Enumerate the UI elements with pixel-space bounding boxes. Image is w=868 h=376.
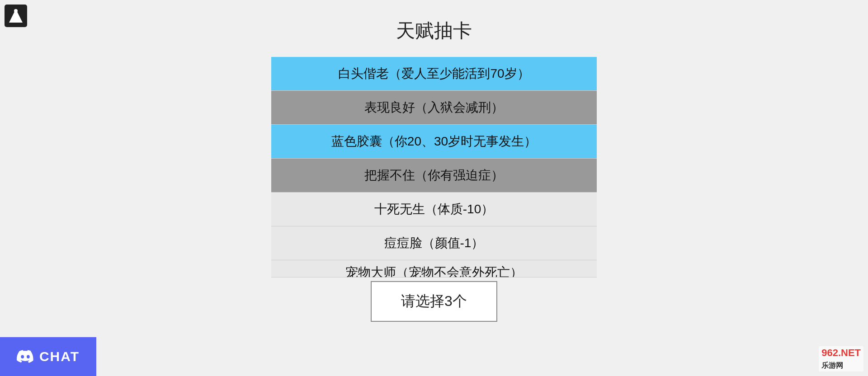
cards-container: 白头偕老（爱人至少能活到70岁） 表现良好（入狱会减刑） 蓝色胶囊（你20、30…	[0, 57, 868, 277]
card-item-4[interactable]: 把握不住（你有强迫症）	[271, 159, 597, 193]
confirm-button[interactable]: 请选择3个	[371, 281, 497, 322]
svg-point-2	[14, 9, 18, 13]
watermark: 962.NET 乐游网	[819, 346, 863, 371]
card-item-3[interactable]: 蓝色胶囊（你20、30岁时无事发生）	[271, 125, 597, 159]
game-logo-icon	[5, 5, 27, 27]
card-item-5[interactable]: 十死无生（体质-10）	[271, 193, 597, 226]
discord-icon	[17, 348, 34, 365]
card-item-7[interactable]: 宠物大师（宠物不会意外死亡）	[271, 260, 597, 277]
card-item-6[interactable]: 痘痘脸（颜值-1）	[271, 226, 597, 260]
chat-button[interactable]: CHAT	[0, 337, 96, 376]
page-title: 天赋抽卡	[0, 0, 868, 57]
card-item-1[interactable]: 白头偕老（爱人至少能活到70岁）	[271, 57, 597, 91]
chat-button-label: CHAT	[39, 349, 80, 364]
card-item-2[interactable]: 表现良好（入狱会减刑）	[271, 91, 597, 125]
